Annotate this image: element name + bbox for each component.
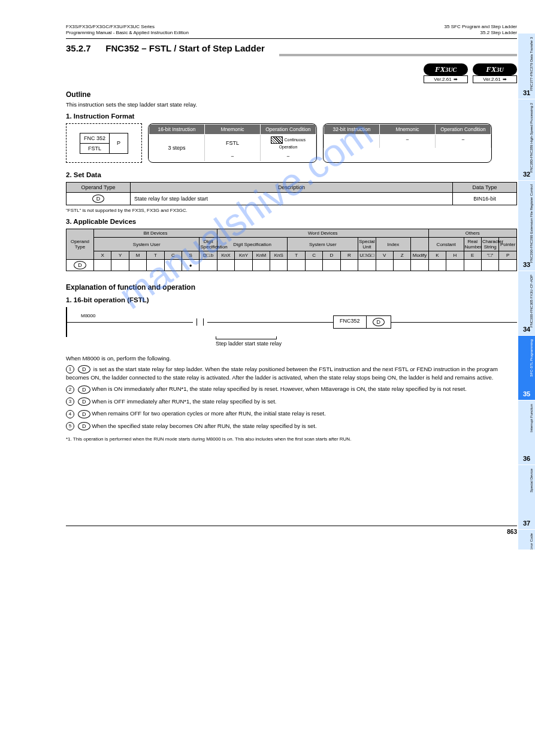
page-number: 863 bbox=[66, 526, 517, 538]
tab-35[interactable]: 35SFC-STL Programming bbox=[518, 336, 535, 400]
tab-31[interactable]: 31FNC277-FNC279 Data Transfer 3 bbox=[518, 34, 535, 99]
outline-desc: This instruction sets the step ladder st… bbox=[66, 101, 517, 108]
header-right-2: 35.2 Step Ladder bbox=[445, 30, 517, 36]
badge-fx3u: FX3U Ver.2.61➡ bbox=[473, 63, 517, 83]
tab-37[interactable]: 37Special Device bbox=[518, 465, 535, 530]
instruction-format: FNC 352P FSTL 16-bit Instruction Mnemoni… bbox=[66, 123, 517, 163]
tab-32[interactable]: 32FNC280-FNC289 High-Speed Processing 2 bbox=[518, 99, 535, 181]
instr-format-heading: 1. Instruction Format bbox=[66, 113, 517, 120]
contact-label: M8000 bbox=[81, 313, 517, 318]
list-item: 4D When remains OFF for two operation cy… bbox=[66, 409, 517, 418]
devices-table: Operand Type Bit Devices Word Devices Ot… bbox=[66, 229, 517, 271]
continuous-op-icon bbox=[271, 136, 283, 144]
section-title-text: FNC352 – FSTL / Start of Step Ladder bbox=[105, 43, 272, 53]
operand-pill: D bbox=[92, 195, 105, 203]
header-right-1: 35 SFC Program and Step Ladder bbox=[445, 24, 517, 30]
fnc-box: FNC 352P FSTL bbox=[66, 123, 142, 163]
list-item: 2D When is ON immediately after RUN*1, t… bbox=[66, 385, 517, 393]
list-item: 5D When the specified state relay become… bbox=[66, 422, 517, 430]
support-badges: FX3UC Ver.2.61➡ FX3U Ver.2.61➡ bbox=[66, 63, 517, 83]
list-item: 3D When is OFF immediately after RUN*1, … bbox=[66, 397, 517, 406]
section-heading: 35.2.7 FNC352 – FSTL / Start of Step Lad… bbox=[66, 54, 517, 56]
sixteen-bit-box: 16-bit Instruction Mnemonic Operation Co… bbox=[148, 123, 317, 163]
ladder-note: Step ladder start state relay bbox=[216, 336, 517, 347]
setdata-heading: 2. Set Data bbox=[66, 171, 517, 178]
page-header: FX3S/FX3G/FX3GC/FX3U/FX3UC Series Progra… bbox=[66, 24, 517, 36]
function-footnote: *1. This operation is performed when the… bbox=[66, 436, 517, 442]
function-intro: When M8000 is on, perform the following. bbox=[66, 355, 517, 362]
function-items: 1D is set as the start state relay for s… bbox=[66, 365, 517, 430]
tab-36[interactable]: 36Interrupt Function bbox=[518, 400, 535, 465]
list-item: 1D is set as the start state relay for s… bbox=[66, 365, 517, 381]
table-row: D State relay for step ladder start BIN1… bbox=[67, 193, 517, 205]
header-left-2: Programming Manual - Basic & Applied Ins… bbox=[66, 30, 189, 36]
section-number: 35.2.7 bbox=[66, 43, 98, 53]
table-row: D ● bbox=[67, 260, 517, 271]
setdata-note: "FSTL" is not supported by the FX3S, FX3… bbox=[66, 208, 517, 213]
side-nav: 31FNC277-FNC279 Data Transfer 3 32FNC280… bbox=[518, 34, 535, 549]
explanation-heading: Explanation of function and operation bbox=[66, 283, 517, 292]
arrow-icon: ➡ bbox=[454, 77, 458, 82]
outline-heading: Outline bbox=[66, 90, 517, 99]
setdata-table: Operand Type Description Data Type D Sta… bbox=[66, 182, 517, 205]
header-left-1: FX3S/FX3G/FX3GC/FX3U/FX3UC Series bbox=[66, 24, 189, 30]
header-rule bbox=[66, 38, 517, 39]
devices-heading: 3. Applicable Devices bbox=[66, 218, 517, 225]
badge-fx3uc: FX3UC Ver.2.61➡ bbox=[424, 63, 468, 83]
tab-34[interactable]: 34FNC300-FNC305 FX3U-CF-ADP bbox=[518, 271, 535, 336]
thirtytwo-bit-box: 32-bit Instruction Mnemonic Operation Co… bbox=[323, 123, 492, 163]
tab-38[interactable]: 38Error Code bbox=[518, 530, 535, 549]
operation-heading: 1. 16-bit operation (FSTL) bbox=[66, 296, 517, 303]
tab-33[interactable]: 33FNC290-FNC299 Extension File Register … bbox=[518, 181, 535, 271]
arrow-icon: ➡ bbox=[503, 77, 507, 82]
